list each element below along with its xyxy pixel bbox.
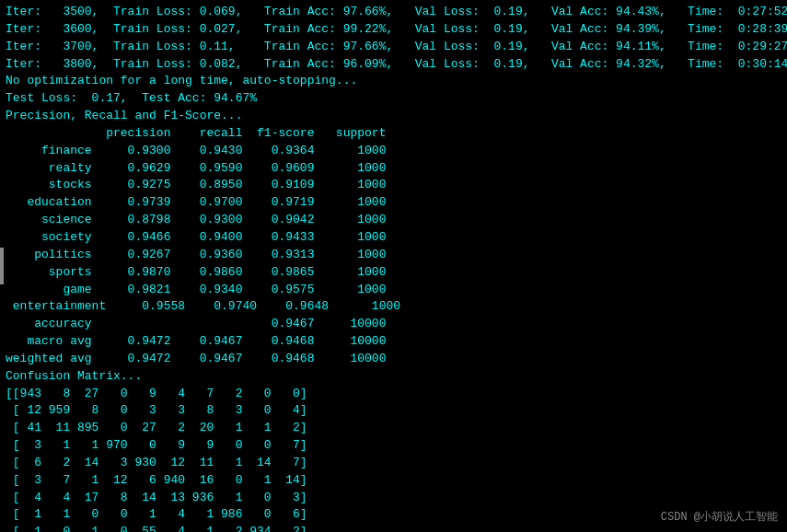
output-line: Test Loss: 0.17, Test Acc: 94.67%: [6, 90, 781, 108]
output-line: society 0.9466 0.9400 0.9433 1000: [6, 229, 781, 247]
output-line: realty 0.9629 0.9590 0.9609 1000: [6, 160, 781, 178]
output-line: [ 3 1 1 970 0 9 9 0 0 7]: [6, 437, 781, 455]
output-line: macro avg 0.9472 0.9467 0.9468 10000: [6, 333, 781, 351]
scroll-indicator: [0, 248, 4, 284]
output-line: accuracy 0.9467 10000: [6, 316, 781, 333]
output-line: stocks 0.9275 0.8950 0.9109 1000: [6, 177, 781, 194]
output-line: [ 1 0 1 0 55 4 1 2 934 2]: [6, 524, 781, 532]
output-line: Precision, Recall and F1-Score...: [6, 108, 781, 125]
output-line: [[943 8 27 0 9 4 7 2 0 0]: [6, 386, 781, 403]
output-line: Iter: 3700, Train Loss: 0.11, Train Acc:…: [6, 39, 781, 56]
output-line: Iter: 3500, Train Loss: 0.069, Train Acc…: [6, 4, 781, 21]
output-line: finance 0.9300 0.9430 0.9364 1000: [6, 143, 781, 160]
output-line: Iter: 3800, Train Loss: 0.082, Train Acc…: [6, 56, 781, 74]
output-line: game 0.9821 0.9340 0.9575 1000: [6, 282, 781, 299]
output-line: weighted avg 0.9472 0.9467 0.9468 10000: [6, 351, 781, 368]
output-line: education 0.9739 0.9700 0.9719 1000: [6, 194, 781, 212]
output-line: [ 12 959 8 0 3 3 8 3 0 4]: [6, 402, 781, 420]
output-line: [ 41 11 895 0 27 2 20 1 1 2]: [6, 420, 781, 437]
output-line: [ 3 7 1 12 6 940 16 0 1 14]: [6, 472, 781, 490]
output-line: science 0.8798 0.9300 0.9042 1000: [6, 212, 781, 229]
output-line: sports 0.9870 0.9860 0.9865 1000: [6, 264, 781, 282]
output-line: [ 4 4 17 8 14 13 936 1 0 3]: [6, 490, 781, 507]
output-line: [ 6 2 14 3 930 12 11 1 14 7]: [6, 455, 781, 472]
watermark: CSDN @小胡说人工智能: [661, 509, 778, 525]
output-line: No optimization for a long time, auto-st…: [6, 73, 781, 90]
output-lines: Iter: 3500, Train Loss: 0.069, Train Acc…: [6, 4, 781, 532]
output-line: precision recall f1-score support: [6, 125, 781, 143]
output-line: politics 0.9267 0.9360 0.9313 1000: [6, 247, 781, 264]
output-line: Confusion Matrix...: [6, 368, 781, 386]
output-line: Iter: 3600, Train Loss: 0.027, Train Acc…: [6, 21, 781, 39]
terminal-window: Iter: 3500, Train Loss: 0.069, Train Acc…: [0, 0, 787, 532]
output-line: entertainment 0.9558 0.9740 0.9648 1000: [6, 298, 781, 316]
